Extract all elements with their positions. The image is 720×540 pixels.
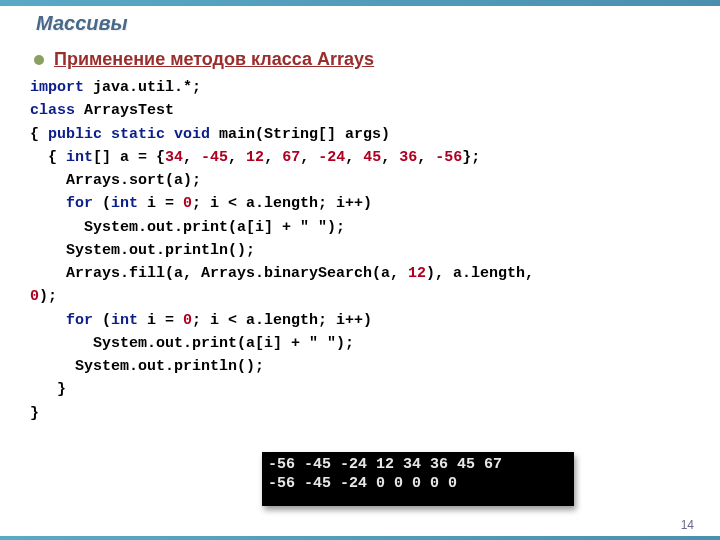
console-output: -56 -45 -24 12 34 36 45 67 -56 -45 -24 0… bbox=[262, 452, 574, 506]
code-text: ), a.length, bbox=[426, 265, 534, 282]
kw-int: int bbox=[111, 312, 138, 329]
code-text: ArraysTest bbox=[75, 102, 174, 119]
num: 0 bbox=[183, 195, 192, 212]
subheading: Применение методов класса Arrays bbox=[54, 49, 374, 70]
code-text: System.out.println(); bbox=[30, 358, 264, 375]
code-text: }; bbox=[462, 149, 480, 166]
code-text: System.out.print(a[i] + " "); bbox=[30, 219, 345, 236]
kw-int: int bbox=[111, 195, 138, 212]
num: 0 bbox=[183, 312, 192, 329]
code-text: ; i < a.length; i++) bbox=[192, 195, 372, 212]
bullet-icon bbox=[34, 55, 44, 65]
code-text: ); bbox=[39, 288, 57, 305]
num: 12 bbox=[246, 149, 264, 166]
num: -56 bbox=[435, 149, 462, 166]
code-text: java.util.*; bbox=[84, 79, 201, 96]
kw-for: for bbox=[66, 195, 93, 212]
code-text: System.out.println(); bbox=[30, 242, 255, 259]
num: 0 bbox=[30, 288, 39, 305]
slide-title: Массивы bbox=[0, 6, 720, 35]
kw-int: int bbox=[66, 149, 93, 166]
kw-class: class bbox=[30, 102, 75, 119]
code-text: ( bbox=[93, 312, 111, 329]
content-area: Применение методов класса Arrays import … bbox=[0, 35, 720, 425]
num: 34 bbox=[165, 149, 183, 166]
code-text: main(String[] args) bbox=[210, 126, 390, 143]
bottom-accent-bar bbox=[0, 536, 720, 540]
code-text: ( bbox=[93, 195, 111, 212]
num: 67 bbox=[282, 149, 300, 166]
code-text bbox=[30, 312, 66, 329]
kw-for: for bbox=[66, 312, 93, 329]
code-text: i = bbox=[138, 195, 183, 212]
num: -24 bbox=[318, 149, 345, 166]
console-line: -56 -45 -24 12 34 36 45 67 bbox=[268, 456, 502, 473]
bullet-row: Применение методов класса Arrays bbox=[34, 49, 692, 70]
num: 45 bbox=[363, 149, 381, 166]
num: 12 bbox=[408, 265, 426, 282]
code-text: i = bbox=[138, 312, 183, 329]
code-text: } bbox=[30, 405, 39, 422]
code-text bbox=[30, 195, 66, 212]
code-text: } bbox=[30, 381, 66, 398]
num: -45 bbox=[201, 149, 228, 166]
code-text: [] a = { bbox=[93, 149, 165, 166]
code-text: { bbox=[30, 126, 48, 143]
code-text: ; i < a.length; i++) bbox=[192, 312, 372, 329]
kw-public-static-void: public static void bbox=[48, 126, 210, 143]
console-line: -56 -45 -24 0 0 0 0 0 bbox=[268, 475, 457, 492]
code-text: { bbox=[30, 149, 66, 166]
code-text: System.out.print(a[i] + " "); bbox=[30, 335, 354, 352]
kw-import: import bbox=[30, 79, 84, 96]
code-text: Arrays.sort(a); bbox=[30, 172, 201, 189]
code-block: import java.util.*; class ArraysTest { p… bbox=[30, 76, 692, 425]
code-text: Arrays.fill(a, Arrays.binarySearch(a, bbox=[30, 265, 408, 282]
num: 36 bbox=[399, 149, 417, 166]
page-number: 14 bbox=[681, 518, 694, 532]
